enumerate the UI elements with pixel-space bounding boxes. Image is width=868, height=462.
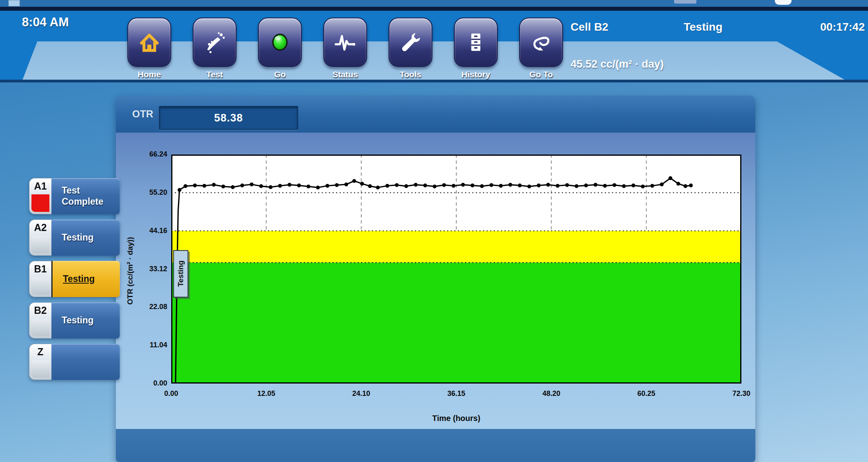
cell-item-b2[interactable]: B2Testing [29, 302, 120, 339]
cell-indicator-gray [31, 236, 49, 253]
cell-id-label: B1 [29, 261, 51, 276]
app-window: 8:04 AM Cell B2 Testing 00:17:42 45.52 c… [0, 0, 868, 462]
cell-status-b1[interactable]: Testing [51, 261, 120, 297]
test-icon [203, 31, 226, 54]
cell-indicator-gray [31, 319, 49, 336]
toolbar-button-test[interactable]: Test [194, 18, 236, 79]
status-icon-button[interactable] [323, 18, 367, 67]
cell-item-a2[interactable]: A2Testing [29, 219, 120, 256]
titlebar-divider [0, 7, 868, 11]
toolbar-button-status[interactable]: Status [324, 18, 366, 79]
home-icon-button[interactable] [127, 18, 171, 67]
cell-id-label: B2 [29, 303, 51, 318]
cell-tab-a2[interactable]: A2 [29, 219, 51, 256]
cell-indicator-gray [31, 360, 49, 378]
elapsed-time: 00:17:42 [796, 21, 865, 33]
cell-tab-a1[interactable]: A1 [29, 178, 51, 214]
tools-icon [399, 31, 422, 54]
toolbar-button-label: Go [274, 70, 285, 79]
window-titlebar [0, 0, 868, 7]
go-icon [268, 31, 291, 54]
clock: 8:04 AM [22, 15, 69, 29]
toolbar: HomeTestGoStatusToolsHistoryGo To [128, 18, 562, 79]
toolbar-button-tools[interactable]: Tools [389, 18, 432, 79]
window-menu-icon[interactable] [8, 0, 20, 6]
cell-status-a2[interactable]: Testing [51, 219, 120, 256]
toolbar-button-go-to[interactable]: Go To [520, 18, 562, 79]
cell-status-text: Testing [62, 315, 94, 326]
cell-id-label: A1 [29, 178, 51, 194]
cell-status-a1[interactable]: Test Complete [51, 178, 120, 214]
goto-icon [530, 31, 553, 54]
toolbar-button-label: Status [332, 70, 358, 79]
window-control-dot [775, 0, 792, 5]
cell-tab-b1[interactable]: B1 [29, 261, 51, 297]
go-icon-button[interactable] [258, 18, 302, 67]
header-divider [0, 80, 868, 82]
cell-tab-z[interactable]: Z [29, 344, 51, 380]
toolbar-button-label: Tools [400, 70, 421, 79]
cell-status-text: Testing [63, 274, 95, 285]
otr-label: OTR [132, 108, 153, 120]
history-icon-button[interactable] [454, 18, 498, 67]
cell-item-z[interactable]: Z [29, 344, 120, 380]
cell-status-b2[interactable]: Testing [51, 302, 120, 339]
cell-indicator-gray [31, 277, 49, 295]
window-control-fragment [674, 0, 696, 4]
cell-id-label: A2 [29, 220, 51, 235]
cell-id-label: Z [29, 344, 51, 359]
toolbar-button-go[interactable]: Go [259, 18, 301, 79]
panel-header: OTR 58.38 [116, 96, 755, 133]
otr-value-box: 58.38 [159, 106, 298, 130]
cell-status-text: Testing [62, 232, 94, 243]
cell-item-a1[interactable]: A1Test Complete [29, 178, 120, 214]
toolbar-button-label: Go To [529, 70, 553, 79]
cell-item-b1[interactable]: B1Testing [29, 261, 120, 297]
cell-status-text: Test Complete [62, 185, 117, 207]
panel-footer [116, 429, 755, 462]
toolbar-button-history[interactable]: History [455, 18, 497, 79]
active-cell-status: Testing [684, 21, 722, 33]
active-cell-label: Cell B2 [571, 21, 608, 33]
otr-value: 58.38 [214, 112, 243, 124]
goto-icon-button[interactable] [519, 18, 563, 67]
cell-tab-b2[interactable]: B2 [29, 302, 51, 339]
tools-icon-button[interactable] [389, 18, 432, 67]
home-icon [138, 31, 161, 54]
toolbar-button-label: History [461, 70, 490, 79]
cell-status-z[interactable] [51, 344, 120, 380]
status-icon [334, 31, 357, 54]
cell-indicator-red [31, 194, 49, 212]
toolbar-button-label: Test [206, 70, 223, 79]
test-icon-button[interactable] [193, 18, 237, 67]
current-reading: 45.52 cc/(m² · day) [571, 58, 664, 70]
toolbar-button-label: Home [138, 70, 161, 79]
history-icon [464, 31, 487, 54]
otr-chart [171, 155, 741, 384]
toolbar-button-home[interactable]: Home [128, 18, 170, 79]
